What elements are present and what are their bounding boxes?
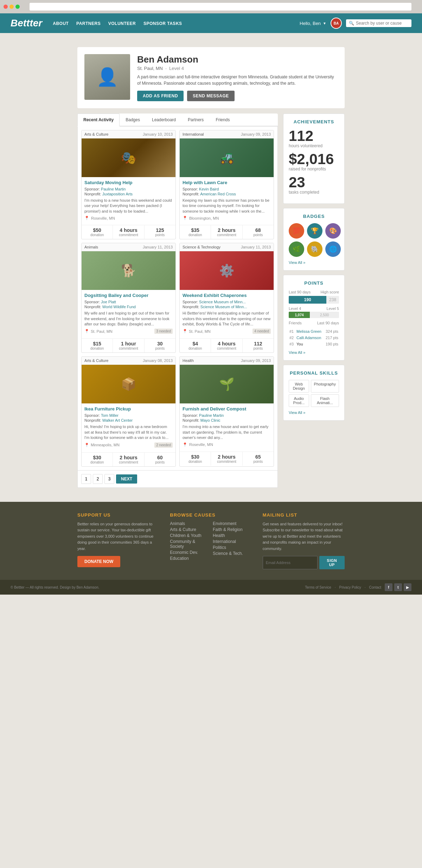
card-6-points: 65 points [243, 452, 274, 466]
card-6-image: 🌱 [180, 365, 274, 403]
profile-avatar-icon: 👤 [96, 67, 118, 87]
facebook-icon[interactable]: f [385, 583, 392, 591]
add-friend-button[interactable]: ADD AS FRIEND [137, 91, 184, 101]
card-3-needed: 3 needed [154, 329, 173, 334]
card-3-body: Dogsitting Bailey and Cooper Sponsor: Jo… [82, 290, 175, 338]
skill-3[interactable]: Audio Prod... [289, 394, 309, 407]
footer-cause-health[interactable]: Health [213, 533, 252, 538]
footer-cause-children[interactable]: Children & Youth [170, 533, 209, 538]
card-2-category: International [183, 132, 204, 136]
card-4-desc: Hi Bettter'ers! We're anticipating a lar… [183, 311, 271, 327]
search-input[interactable] [356, 21, 409, 26]
card-2-header: International January 09, 2013 [180, 130, 274, 138]
footer-cause-faith[interactable]: Faith & Religion [213, 527, 252, 532]
friend-row-2: #2 Calli Adamson 217 pts [289, 335, 338, 341]
card-4-title[interactable]: Weekend Exhibit Chaperones [183, 293, 271, 298]
tab-badges[interactable]: Badges [120, 114, 146, 127]
card-4-nonprofit-link[interactable]: Science Museum of Minn... [200, 305, 247, 309]
contact-link[interactable]: Contact [369, 585, 381, 589]
tab-partners[interactable]: Partners [182, 114, 210, 127]
card-1-title[interactable]: Saturday Moving Help [84, 180, 173, 185]
footer-cause-science[interactable]: Science & Tech. [213, 551, 252, 556]
nav-partners[interactable]: PARTNERS [76, 21, 101, 26]
footer-mailing-title: MAILING LIST [263, 512, 345, 518]
card-2-sponsor-link[interactable]: Kevin Baird [199, 187, 219, 191]
card-1-donation: $50 donation [82, 225, 113, 239]
tab-leaderboard[interactable]: Leaderboard [146, 114, 182, 127]
card-3-title[interactable]: Dogsitting Bailey and Cooper [84, 293, 173, 298]
footer-cause-politics[interactable]: Politics [213, 545, 252, 550]
signup-button[interactable]: SIGN UP [319, 556, 345, 569]
card-6-donation: $30 donation [180, 452, 211, 466]
skills-view-all[interactable]: View All » [289, 410, 306, 415]
footer-cause-environment[interactable]: Environment [213, 521, 252, 526]
nav-sponsor-tasks[interactable]: SPONSOR TASKS [143, 21, 182, 26]
hours-label: hours volunteered [289, 143, 339, 148]
footer-cause-education[interactable]: Education [170, 556, 209, 561]
card-5-nonprofit-link[interactable]: Walker Art Center [102, 418, 133, 422]
card-2-commitment: 2 hours commitment [211, 225, 242, 239]
card-3-stats: $15 donation 1 hour commitment 30 points [82, 338, 175, 352]
page-3-button[interactable]: 3 [104, 474, 114, 484]
footer-bottom-links: Terms of Service · Privacy Policy · Cont… [305, 583, 411, 591]
tab-recent-activity[interactable]: Recent Activity [77, 114, 120, 127]
youtube-icon[interactable]: ▶ [404, 583, 411, 591]
privacy-link[interactable]: Privacy Policy [339, 585, 361, 589]
card-2-nonprofit-link[interactable]: American Red Cross [200, 192, 236, 196]
footer-cause-arts[interactable]: Arts & Culture [170, 527, 209, 532]
send-message-button[interactable]: SEND MESSAGE [187, 91, 235, 101]
profile-location: St. Paul, MN · Level 4 [137, 66, 338, 71]
badge-6: 🌐 [325, 241, 341, 257]
profile-name: Ben Adamson [137, 54, 338, 65]
donate-button[interactable]: DONATE NOW [77, 556, 120, 567]
page-2-button[interactable]: 2 [93, 474, 103, 484]
card-4-sponsor-link[interactable]: Science Museum of Minn... [199, 300, 246, 304]
email-input[interactable] [263, 556, 318, 569]
hours-number: 112 [289, 129, 339, 143]
page-1-button[interactable]: 1 [81, 474, 91, 484]
card-1-category: Arts & Culture [84, 132, 108, 136]
card-5-desc: Hi, friends! I'm hoping to pick up a new… [84, 424, 173, 440]
card-6-nonprofit-link[interactable]: Mayo Clinic [200, 418, 220, 422]
card-1-nonprofit-link[interactable]: Juxtaposition Arts [102, 192, 133, 196]
footer-cause-animals[interactable]: Animals [170, 521, 209, 526]
card-2-title[interactable]: Help with Lawn Care [183, 180, 271, 185]
badges-view-all[interactable]: View All » [289, 260, 306, 265]
card-5-sponsor-link[interactable]: Tom Miller [101, 413, 119, 417]
twitter-icon[interactable]: t [394, 583, 402, 591]
card-1-sponsor-link[interactable]: Pauline Martin [101, 187, 126, 191]
card-5-image: 📦 [82, 365, 175, 403]
tasks-label: tasks completed [289, 190, 339, 195]
raised-label: raised for nonprofits [289, 167, 339, 171]
tab-friends[interactable]: Friends [210, 114, 236, 127]
browser-url-bar[interactable] [30, 3, 411, 11]
footer-cause-economic[interactable]: Economic Dev. [170, 550, 209, 555]
card-6-sponsor-link[interactable]: Pauline Martin [199, 413, 224, 417]
user-avatar[interactable]: BA [331, 18, 342, 29]
card-3-sponsor-link[interactable]: Joe Platt [101, 300, 116, 304]
skills-panel: PERSONAL SKILLS Web Design Photography A… [283, 365, 345, 421]
level-remain: 2,500 [310, 312, 339, 318]
card-5-title[interactable]: Ikea Furniture Pickup [84, 406, 173, 412]
card-6-title[interactable]: Furnish and Deliver Compost [183, 406, 271, 412]
card-1-date: January 10, 2013 [143, 132, 173, 136]
footer-cause-international[interactable]: International [213, 539, 252, 544]
card-2-image: 🚜 [180, 138, 274, 177]
card-3-nonprofit-link[interactable]: World Wildlife Fund [102, 305, 136, 309]
location-icon-4: 📍 [183, 329, 187, 333]
terms-link[interactable]: Terms of Service [305, 585, 331, 589]
next-button[interactable]: NEXT [116, 474, 137, 484]
skill-4[interactable]: Flash Animati... [311, 394, 339, 407]
footer-cause-community[interactable]: Community & Society [170, 539, 209, 549]
points-view-all[interactable]: View All » [289, 350, 306, 355]
pagination: 1 2 3 NEXT [77, 471, 278, 488]
nav-about[interactable]: ABOUT [53, 21, 69, 26]
skill-2[interactable]: Photography [311, 380, 339, 393]
friend-2-name[interactable]: Calli Adamson [296, 336, 321, 340]
friend-1-name[interactable]: Melissa Green [296, 329, 321, 333]
dropdown-arrow[interactable]: ▼ [323, 21, 326, 25]
points-header-row: Last 90 days High score [289, 290, 339, 294]
skill-1[interactable]: Web Design [289, 380, 309, 393]
nav-volunteer[interactable]: VOLUNTEER [108, 21, 136, 26]
profile-section: 👤 Ben Adamson St. Paul, MN · Level 4 A p… [77, 47, 345, 108]
